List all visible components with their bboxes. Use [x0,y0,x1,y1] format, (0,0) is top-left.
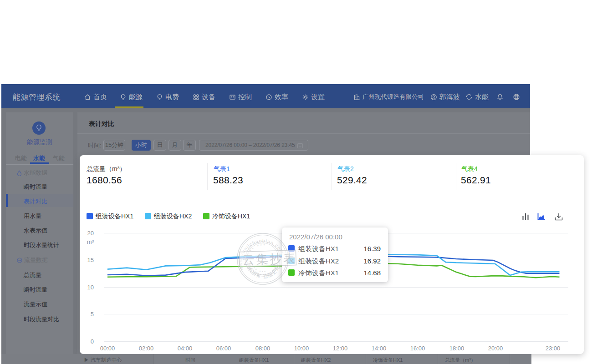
svg-text:云集抄表: 云集抄表 [242,251,297,267]
